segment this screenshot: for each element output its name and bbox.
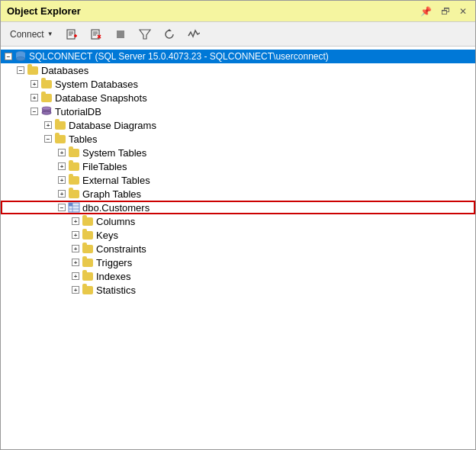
svg-point-21 (42, 107, 51, 110)
tables-node: − Tables (1, 132, 475, 297)
database-icon (40, 105, 53, 117)
triggers-icon (82, 256, 94, 268)
system-databases-expand[interactable]: + (28, 78, 40, 90)
columns-expand[interactable]: + (69, 215, 82, 227)
server-icon-container (14, 50, 27, 63)
close-button[interactable]: ✕ (457, 6, 469, 17)
svg-rect-27 (69, 203, 72, 206)
dbo-customers-label: dbo.Customers (82, 202, 150, 214)
constraints-node: + Constraints (1, 242, 475, 256)
databases-expand[interactable]: − (14, 64, 27, 76)
server-node: − SQLCONNECT (SQL Server 15.0.4073.23 - … (1, 50, 475, 297)
tutorialdb-label: TutorialDB (55, 106, 101, 117)
filter-icon (139, 28, 151, 40)
tutorialdb-node: − (1, 104, 475, 297)
dbo-customers-row[interactable]: − (1, 201, 475, 214)
system-tables-expand[interactable]: + (56, 146, 68, 159)
keys-row[interactable]: + Keys (1, 228, 475, 242)
system-tables-row[interactable]: + System Tables (1, 146, 475, 159)
dbo-customers-expand[interactable]: − (56, 201, 68, 214)
file-tables-row[interactable]: + FileTables (1, 159, 475, 173)
external-tables-expand[interactable]: + (56, 174, 68, 186)
pin-button[interactable]: 📌 (418, 6, 434, 17)
statistics-row[interactable]: + Statistics (1, 283, 475, 297)
statistics-icon (82, 284, 94, 296)
constraints-row[interactable]: + Constraints (1, 242, 475, 256)
restore-button[interactable]: 🗗 (439, 6, 452, 17)
keys-expand[interactable]: + (69, 229, 82, 241)
svg-marker-13 (140, 30, 150, 39)
refresh-button[interactable] (159, 26, 180, 43)
stop-button[interactable] (110, 26, 131, 43)
statistics-label: Statistics (96, 284, 136, 296)
connect-label: Connect (10, 29, 44, 40)
db-diagrams-node: + Database Diagrams (1, 118, 475, 132)
indexes-node: + Indexes (1, 269, 475, 283)
svg-rect-12 (117, 31, 124, 38)
file-tables-icon (68, 160, 80, 172)
server-cylinder-icon (14, 50, 27, 63)
keys-label: Keys (96, 230, 118, 241)
tables-icon (54, 133, 66, 145)
system-tables-icon (68, 146, 80, 159)
file-tables-label: FileTables (82, 161, 127, 172)
databases-row[interactable]: − Databases (1, 63, 475, 77)
window-title: Object Explorer (7, 5, 81, 17)
db-diagrams-row[interactable]: + Database Diagrams (1, 118, 475, 132)
svg-marker-14 (167, 29, 172, 31)
title-bar: Object Explorer 📌 🗗 ✕ (1, 1, 475, 22)
indexes-label: Indexes (96, 271, 131, 282)
new-query-button[interactable] (61, 26, 82, 43)
system-databases-row[interactable]: + System Databases (1, 77, 475, 91)
object-explorer-window: Object Explorer 📌 🗗 ✕ Connect ▼ (0, 0, 476, 450)
graph-tables-label: Graph Tables (82, 188, 141, 200)
graph-tables-row[interactable]: + Graph Tables (1, 187, 475, 201)
tree-content[interactable]: − SQLCONNECT (SQL Server 15.0.4073.23 - … (1, 47, 475, 449)
triggers-row[interactable]: + Triggers (1, 256, 475, 269)
tables-row[interactable]: − Tables (1, 132, 475, 146)
tables-expand[interactable]: − (42, 133, 54, 145)
server-label: SQLCONNECT (SQL Server 15.0.4073.23 - SQ… (29, 51, 329, 62)
triggers-node: + Triggers (1, 256, 475, 269)
file-tables-expand[interactable]: + (56, 160, 68, 172)
db-diagrams-label: Database Diagrams (69, 120, 156, 131)
server-row[interactable]: − SQLCONNECT (SQL Server 15.0.4073.23 - … (1, 50, 475, 63)
columns-row[interactable]: + Columns (1, 214, 475, 228)
tutorialdb-expand[interactable]: − (28, 105, 40, 117)
db-snapshots-icon (40, 92, 53, 104)
filter-button[interactable] (134, 26, 156, 43)
object-tree: − SQLCONNECT (SQL Server 15.0.4073.23 - … (1, 50, 475, 297)
keys-node: + Keys (1, 228, 475, 242)
disconnect-button[interactable] (85, 26, 107, 43)
system-databases-node: + System Databases (1, 77, 475, 91)
indexes-expand[interactable]: + (69, 270, 82, 282)
svg-rect-0 (67, 30, 75, 39)
db-snapshots-row[interactable]: + Database Snapshots (1, 91, 475, 104)
db-snapshots-expand[interactable]: + (28, 92, 40, 104)
databases-folder-icon (27, 64, 39, 76)
server-expand[interactable]: − (2, 50, 14, 63)
tutorialdb-row[interactable]: − (1, 104, 475, 118)
constraints-expand[interactable]: + (69, 243, 82, 255)
statistics-node: + Statistics (1, 283, 475, 297)
system-databases-label: System Databases (55, 79, 138, 90)
db-snapshots-node: + Database Snapshots (1, 91, 475, 104)
graph-tables-expand[interactable]: + (56, 188, 68, 200)
triggers-expand[interactable]: + (69, 256, 82, 268)
tutorialdb-icon (40, 105, 53, 117)
stop-icon (114, 28, 127, 40)
activity-monitor-button[interactable] (183, 26, 204, 43)
activity-icon (188, 28, 200, 40)
indexes-icon (82, 270, 94, 282)
graph-tables-icon (68, 188, 80, 200)
connect-button[interactable]: Connect ▼ (5, 27, 58, 42)
statistics-expand[interactable]: + (69, 284, 82, 296)
keys-icon (82, 229, 94, 241)
columns-icon (82, 215, 94, 227)
external-tables-row[interactable]: + External Tables (1, 173, 475, 187)
indexes-row[interactable]: + Indexes (1, 269, 475, 283)
db-diagrams-expand[interactable]: + (42, 119, 54, 131)
title-bar-controls: 📌 🗗 ✕ (418, 6, 469, 17)
system-databases-icon (40, 78, 53, 90)
constraints-label: Constraints (96, 243, 146, 255)
